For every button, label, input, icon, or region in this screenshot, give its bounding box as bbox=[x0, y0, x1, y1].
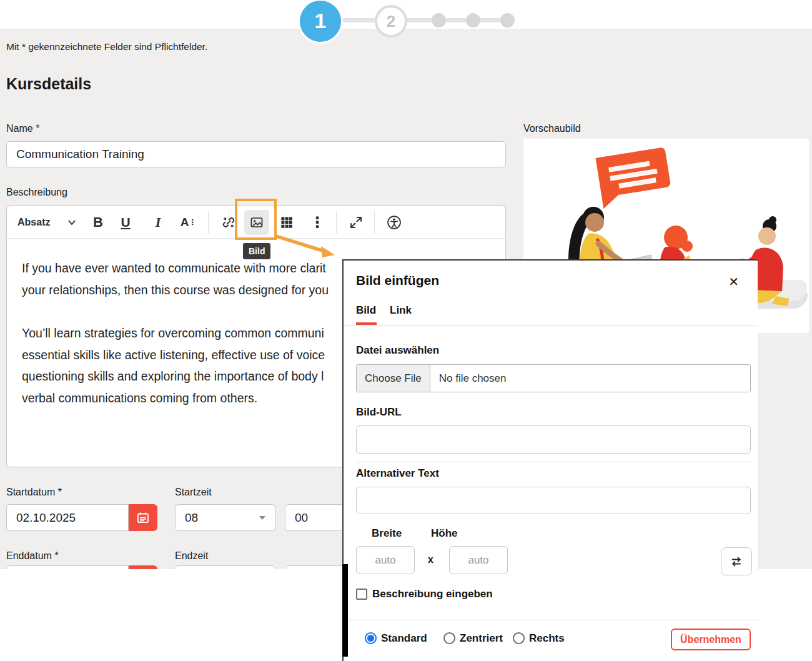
radio-rechts-label: Rechts bbox=[529, 632, 565, 645]
file-input[interactable]: Choose File No file chosen bbox=[356, 364, 751, 392]
radio-standard[interactable] bbox=[365, 632, 377, 644]
stepper-step-2[interactable]: 2 bbox=[375, 5, 407, 37]
unlink-icon bbox=[221, 215, 236, 230]
radio-zentriert[interactable] bbox=[443, 632, 455, 644]
annotation-highlight-box bbox=[235, 199, 277, 240]
image-button-tooltip: Bild bbox=[243, 243, 270, 259]
tab-link[interactable]: Link bbox=[390, 304, 412, 317]
italic-button[interactable]: I bbox=[148, 206, 168, 238]
image-url-input[interactable] bbox=[356, 425, 751, 454]
expand-icon bbox=[349, 215, 364, 230]
name-label: Name * bbox=[6, 123, 39, 134]
accessibility-check-button[interactable] bbox=[382, 206, 407, 238]
radio-rechts[interactable] bbox=[513, 632, 525, 644]
height-label: Höhe bbox=[431, 527, 458, 540]
toolbar-divider bbox=[208, 211, 209, 234]
divider bbox=[344, 326, 758, 326]
starttime-label: Startzeit bbox=[175, 487, 212, 498]
height-input[interactable] bbox=[449, 546, 508, 574]
insert-image-dialog: Bild einfügen ✕ Bild Link Datei auswähle… bbox=[342, 259, 758, 661]
description-checkbox[interactable] bbox=[356, 589, 367, 600]
table-grid-icon bbox=[280, 216, 294, 229]
choose-file-button[interactable]: Choose File bbox=[357, 365, 430, 392]
stepper-dot-4 bbox=[466, 13, 480, 27]
enddate-label: Enddatum * bbox=[6, 550, 59, 562]
file-section-label: Datei auswählen bbox=[356, 344, 439, 357]
startdate-label: Startdatum * bbox=[6, 487, 62, 498]
name-input[interactable] bbox=[6, 141, 506, 167]
radio-zentriert-label: Zentriert bbox=[460, 632, 503, 645]
chevron-down-icon[interactable] bbox=[64, 206, 79, 238]
paragraph-format-dropdown[interactable]: Absatz bbox=[17, 206, 66, 238]
stepper-dot-3 bbox=[432, 13, 446, 27]
no-file-chosen-text: No file chosen bbox=[430, 365, 515, 392]
startdate-input[interactable] bbox=[6, 504, 129, 531]
starttime-hour-select[interactable]: 08 bbox=[175, 504, 275, 531]
color-caret-dots: ⋮ bbox=[189, 218, 196, 227]
footer-divider bbox=[344, 620, 758, 620]
toolbar-divider bbox=[336, 211, 337, 234]
width-input[interactable] bbox=[356, 546, 415, 574]
page-title: Kursdetails bbox=[6, 75, 91, 93]
required-fields-note: Mit * gekennzeichnete Felder sind Pflich… bbox=[6, 41, 207, 52]
startdate-calendar-button[interactable] bbox=[129, 504, 157, 531]
bold-button[interactable]: B bbox=[88, 206, 108, 238]
fullscreen-button[interactable] bbox=[344, 206, 368, 238]
swap-arrows-icon bbox=[729, 554, 744, 569]
constrain-proportions-button[interactable] bbox=[721, 547, 752, 575]
description-checkbox-label: Beschreibung eingeben bbox=[372, 588, 493, 600]
apply-button[interactable]: Übernehmen bbox=[671, 629, 751, 650]
close-icon[interactable]: ✕ bbox=[728, 274, 739, 289]
tab-bild[interactable]: Bild bbox=[356, 304, 376, 317]
radio-standard-label: Standard bbox=[381, 632, 427, 645]
starttime-hour-value: 08 bbox=[185, 511, 198, 525]
select-caret-icon bbox=[259, 516, 265, 520]
preview-label: Vorschaubild bbox=[523, 123, 581, 134]
stepper-dot-5 bbox=[500, 13, 515, 27]
toolbar-divider bbox=[374, 211, 375, 234]
calendar-icon bbox=[136, 510, 151, 525]
active-tab-underline bbox=[356, 322, 377, 325]
alt-text-label: Alternativer Text bbox=[356, 467, 439, 480]
underline-button[interactable]: U bbox=[116, 206, 136, 238]
dashed-divider bbox=[356, 462, 751, 462]
dialog-edge-bar bbox=[342, 564, 348, 657]
dimension-separator: x bbox=[428, 554, 433, 565]
endtime-label: Endzeit bbox=[175, 550, 208, 562]
accessibility-icon bbox=[386, 214, 402, 231]
width-label: Breite bbox=[372, 527, 402, 540]
alt-text-input[interactable] bbox=[356, 487, 751, 514]
description-label: Beschreibung bbox=[6, 187, 67, 198]
text-color-button[interactable]: A⋮ bbox=[177, 206, 199, 238]
annotation-arrow bbox=[272, 231, 341, 262]
stepper-step-1[interactable]: 1 bbox=[298, 0, 343, 44]
image-url-label: Bild-URL bbox=[356, 406, 402, 419]
dialog-title: Bild einfügen bbox=[356, 273, 439, 288]
